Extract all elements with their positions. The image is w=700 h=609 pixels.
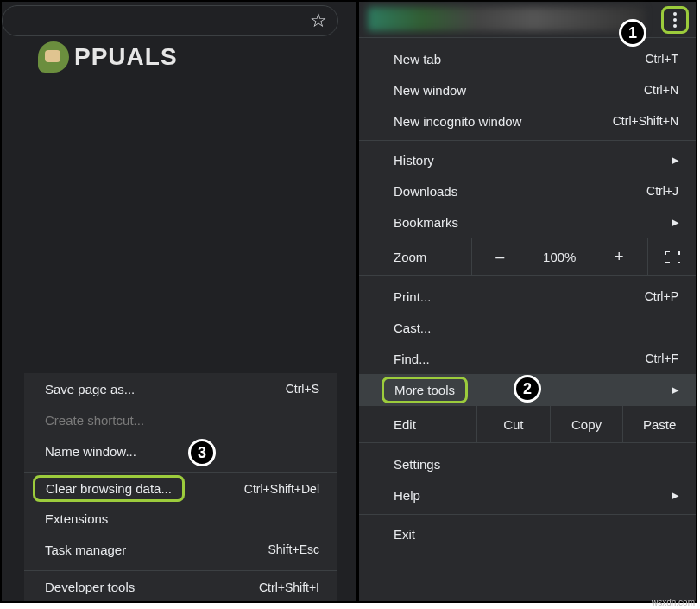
submenu-item-shortcut: Ctrl+Shift+I: [259, 580, 319, 594]
menu-item-find[interactable]: Find... Ctrl+F: [359, 343, 696, 374]
submenu-create-shortcut: Create shortcut...: [24, 404, 337, 435]
highlight-box: Clear browsing data...: [33, 475, 185, 502]
bookmark-star-icon[interactable]: ☆: [310, 10, 327, 32]
menu-item-settings[interactable]: Settings: [359, 448, 696, 479]
edit-copy-button[interactable]: Copy: [550, 406, 623, 442]
menu-item-label: Bookmarks: [394, 215, 458, 230]
menu-item-label: Help: [394, 488, 420, 503]
chevron-right-icon: ▶: [672, 217, 678, 228]
menu-item-shortcut: Ctrl+P: [645, 289, 678, 303]
menu-item-label: Print...: [394, 289, 431, 304]
profile-area-blurred: [368, 7, 644, 31]
submenu-item-shortcut: Ctrl+Shift+Del: [244, 482, 319, 496]
menu-item-help[interactable]: Help ▶: [359, 479, 696, 511]
page-background: ☆ PPUALS Save page as... Ctrl+S Create s…: [0, 0, 357, 603]
menu-item-label: Exit: [394, 527, 415, 542]
highlight-box: More tools: [382, 377, 468, 403]
menu-item-bookmarks[interactable]: Bookmarks ▶: [359, 206, 696, 238]
submenu-item-shortcut: Ctrl+S: [286, 382, 319, 396]
menu-item-edit: Edit Cut Copy Paste: [359, 405, 696, 443]
zoom-controls: – 100% +: [471, 238, 647, 275]
submenu-developer-tools[interactable]: Developer tools Ctrl+Shift+I: [24, 570, 337, 601]
menu-item-cast[interactable]: Cast...: [359, 312, 696, 343]
more-tools-submenu: Save page as... Ctrl+S Create shortcut..…: [24, 373, 337, 601]
menu-item-history[interactable]: History ▶: [359, 144, 696, 175]
menu-item-shortcut: Ctrl+T: [646, 52, 679, 66]
menu-item-exit[interactable]: Exit: [359, 518, 696, 549]
menu-item-downloads[interactable]: Downloads Ctrl+J: [359, 175, 696, 206]
chrome-main-menu: New tab Ctrl+T New window Ctrl+N New inc…: [357, 0, 697, 603]
menu-item-print[interactable]: Print... Ctrl+P: [359, 281, 696, 312]
submenu-item-label: Create shortcut...: [45, 413, 144, 428]
fullscreen-icon: [665, 251, 680, 263]
menu-separator: [359, 140, 696, 141]
attribution-text: wsxdn.com: [652, 598, 695, 607]
edit-cut-button[interactable]: Cut: [476, 406, 550, 442]
kebab-menu-button[interactable]: [661, 6, 689, 34]
submenu-item-label: Name window...: [45, 444, 136, 459]
menu-item-label: Settings: [394, 457, 440, 472]
submenu-extensions[interactable]: Extensions: [24, 503, 337, 534]
submenu-name-window[interactable]: Name window...: [24, 435, 337, 466]
submenu-item-label: Task manager: [45, 542, 126, 557]
menu-item-new-incognito[interactable]: New incognito window Ctrl+Shift+N: [359, 105, 696, 136]
zoom-in-button[interactable]: +: [606, 248, 633, 266]
menu-item-label: History: [394, 153, 434, 168]
menu-item-shortcut: Ctrl+F: [646, 352, 679, 365]
submenu-item-label: Clear browsing data...: [46, 481, 172, 496]
menu-item-new-window[interactable]: New window Ctrl+N: [359, 74, 696, 105]
menu-item-zoom: Zoom – 100% +: [359, 238, 696, 276]
submenu-item-shortcut: Shift+Esc: [268, 542, 319, 556]
edit-paste-button[interactable]: Paste: [622, 406, 696, 442]
dots-vertical-icon: [673, 12, 677, 16]
appuals-logo-icon: [38, 41, 69, 73]
submenu-save-page[interactable]: Save page as... Ctrl+S: [24, 373, 337, 404]
menu-item-label: New tab: [394, 52, 441, 67]
menu-item-label: New incognito window: [394, 114, 521, 129]
zoom-label: Zoom: [394, 250, 471, 264]
menu-item-shortcut: Ctrl+J: [646, 184, 678, 198]
zoom-out-button[interactable]: –: [487, 248, 513, 266]
submenu-clear-browsing-data[interactable]: Clear browsing data... Ctrl+Shift+Del: [24, 472, 337, 503]
chevron-right-icon: ▶: [672, 155, 678, 166]
chevron-right-icon: ▶: [672, 490, 678, 501]
callout-badge-1: 1: [619, 19, 646, 47]
callout-badge-2: 2: [514, 375, 541, 403]
edit-label: Edit: [394, 417, 476, 432]
submenu-item-label: Extensions: [45, 511, 108, 526]
menu-item-label: More tools: [394, 383, 455, 397]
fullscreen-button[interactable]: [647, 238, 696, 275]
menu-item-label: Find...: [394, 352, 430, 366]
menu-separator: [359, 514, 696, 515]
submenu-task-manager[interactable]: Task manager Shift+Esc: [24, 534, 337, 565]
watermark-logo: PPUALS: [38, 41, 178, 73]
omnibox[interactable]: ☆: [2, 5, 338, 36]
menu-item-label: Downloads: [394, 184, 457, 199]
menu-item-label: New window: [394, 83, 466, 98]
zoom-value: 100%: [543, 250, 576, 264]
submenu-item-label: Developer tools: [45, 580, 135, 594]
submenu-item-label: Save page as...: [45, 382, 135, 396]
callout-badge-3: 3: [188, 439, 216, 466]
menu-item-label: Cast...: [394, 320, 431, 335]
appuals-logo-text: PPUALS: [74, 43, 178, 71]
chevron-right-icon: ▶: [672, 384, 678, 396]
menu-item-shortcut: Ctrl+N: [644, 83, 678, 97]
menu-item-shortcut: Ctrl+Shift+N: [613, 114, 678, 128]
menu-item-new-tab[interactable]: New tab Ctrl+T: [359, 43, 696, 74]
